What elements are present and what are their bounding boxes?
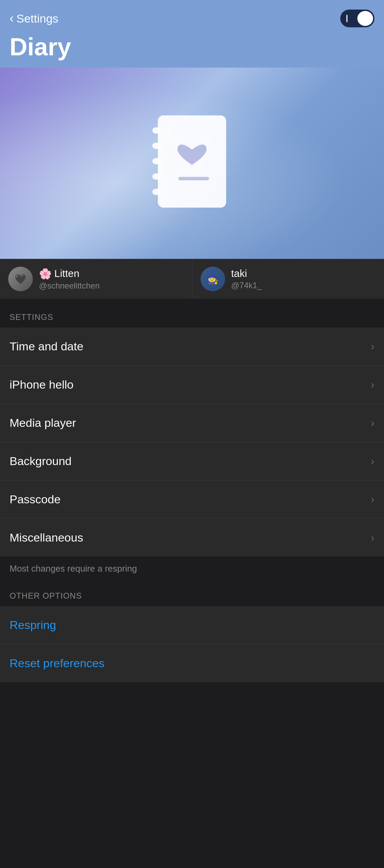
- back-chevron-icon: ‹: [10, 12, 14, 25]
- header: ‹ Settings Diary: [0, 0, 384, 68]
- enable-toggle[interactable]: [340, 10, 374, 27]
- svg-rect-6: [178, 177, 209, 180]
- account-handle-litten: @schneelittchen: [39, 281, 100, 291]
- other-options-group: Respring Reset preferences: [0, 606, 384, 682]
- settings-section-header: SETTINGS: [0, 312, 384, 327]
- settings-item-label-background: Background: [10, 454, 71, 468]
- settings-item-miscellaneous[interactable]: Miscellaneous ›: [0, 519, 384, 557]
- accounts-row: 🖤 🌸 Litten @schneelittchen 🧙 taki @74k1_: [0, 259, 384, 299]
- settings-item-media-player[interactable]: Media player ›: [0, 404, 384, 442]
- account-handle-taki: @74k1_: [231, 281, 262, 290]
- svg-rect-1: [152, 127, 161, 134]
- back-label: Settings: [16, 12, 58, 25]
- chevron-right-icon-miscellaneous: ›: [371, 531, 374, 544]
- action-label-reset-preferences: Reset preferences: [10, 657, 105, 670]
- page-title: Diary: [10, 29, 374, 68]
- settings-item-background[interactable]: Background ›: [0, 442, 384, 480]
- settings-item-passcode[interactable]: Passcode ›: [0, 480, 384, 519]
- chevron-right-icon-time-and-date: ›: [371, 340, 374, 353]
- chevron-right-icon-background: ›: [371, 455, 374, 467]
- header-nav: ‹ Settings: [10, 6, 374, 29]
- avatar-taki: 🧙: [201, 267, 225, 291]
- avatar-litten: 🖤: [8, 267, 33, 291]
- account-item-litten[interactable]: 🖤 🌸 Litten @schneelittchen: [0, 259, 192, 299]
- svg-rect-3: [152, 158, 161, 164]
- toggle-line-icon: [346, 15, 347, 22]
- enable-toggle-container: [340, 10, 374, 27]
- action-item-respring[interactable]: Respring: [0, 606, 384, 644]
- settings-item-label-iphone-hello: iPhone hello: [10, 378, 73, 391]
- svg-rect-5: [152, 189, 161, 195]
- account-info-litten: 🌸 Litten @schneelittchen: [39, 268, 100, 291]
- action-item-reset-preferences[interactable]: Reset preferences: [0, 644, 384, 682]
- hero-banner: [0, 68, 384, 259]
- chevron-right-icon-iphone-hello: ›: [371, 378, 374, 391]
- account-item-taki[interactable]: 🧙 taki @74k1_: [192, 259, 384, 299]
- back-button[interactable]: ‹ Settings: [10, 12, 58, 25]
- settings-item-time-and-date[interactable]: Time and date ›: [0, 327, 384, 366]
- settings-item-label-passcode: Passcode: [10, 493, 60, 506]
- account-name-taki: taki: [231, 268, 262, 279]
- other-options-section: OTHER OPTIONS Respring Reset preferences: [0, 591, 384, 682]
- svg-rect-4: [152, 173, 161, 180]
- settings-group: Time and date › iPhone hello › Media pla…: [0, 327, 384, 557]
- settings-item-label-media-player: Media player: [10, 416, 76, 430]
- settings-item-iphone-hello[interactable]: iPhone hello ›: [0, 366, 384, 404]
- action-label-respring: Respring: [10, 618, 56, 632]
- chevron-right-icon-passcode: ›: [371, 493, 374, 506]
- settings-item-label-time-and-date: Time and date: [10, 340, 83, 353]
- toggle-knob: [357, 11, 373, 26]
- svg-rect-2: [152, 143, 161, 149]
- other-options-section-header: OTHER OPTIONS: [0, 591, 384, 606]
- chevron-right-icon-media-player: ›: [371, 417, 374, 429]
- account-name-litten: 🌸 Litten: [39, 268, 100, 280]
- account-emoji-litten: 🌸: [39, 268, 52, 280]
- diary-icon: [148, 109, 236, 218]
- account-info-taki: taki @74k1_: [231, 268, 262, 290]
- settings-section: SETTINGS Time and date › iPhone hello › …: [0, 312, 384, 557]
- settings-item-label-miscellaneous: Miscellaneous: [10, 531, 83, 544]
- footer-note: Most changes require a respring: [0, 557, 384, 581]
